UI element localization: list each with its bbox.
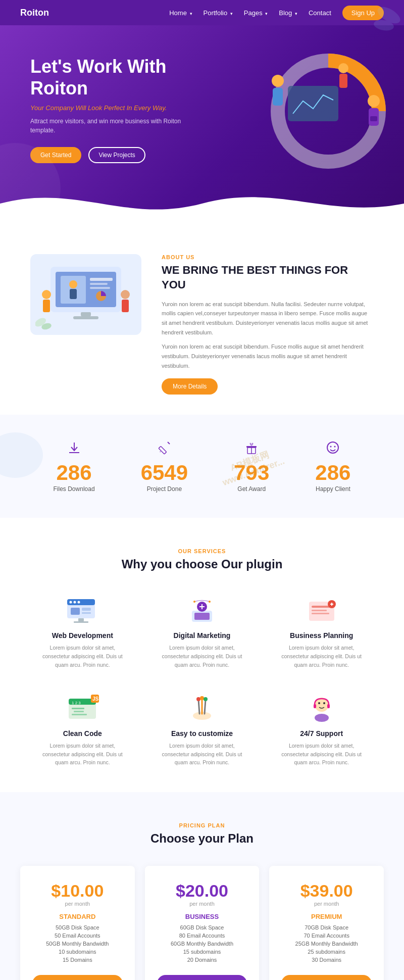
- svg-text:1 2 3: 1 2 3: [72, 701, 81, 705]
- services-section: OUR SERVICES Why you choose Our plugin: [0, 518, 404, 792]
- stat-clients: 286 Happy Client: [315, 440, 350, 493]
- pricing-premium-f3: 25GB Monthly Bandwidth: [281, 941, 372, 947]
- svg-point-12: [69, 280, 77, 288]
- pricing-standard-price: $10.00: [32, 881, 123, 901]
- pricing-business-period: per month: [157, 901, 247, 907]
- svg-line-32: [168, 442, 170, 444]
- stat-awards: AB模板网www.Admirer... 793 Get Award: [234, 440, 269, 493]
- pencil-icon: [141, 440, 188, 458]
- svg-rect-19: [43, 300, 50, 312]
- stat-projects-label: Project Done: [141, 485, 188, 493]
- pricing-business-f2: 80 Email Accounts: [157, 933, 247, 939]
- svg-point-37: [330, 446, 332, 448]
- about-section: ABOUT US WE BRING THE BEST THINGS FOR YO…: [0, 224, 404, 415]
- pricing-business-signup[interactable]: SIGN UP: [157, 975, 247, 980]
- svg-rect-23: [73, 316, 98, 319]
- nav-portfolio[interactable]: Portfolio ▾: [204, 9, 233, 17]
- svg-rect-68: [72, 714, 87, 715]
- svg-rect-67: [74, 711, 84, 712]
- service-digital-marketing-desc: Lorem ipsum dolor sit amet, consectetur …: [155, 644, 249, 669]
- service-business-planning-desc: Lorem ipsum dolor sit amet, consectetur …: [274, 644, 369, 669]
- about-para1: Yuroin non lorem ac erat suscipit bibend…: [162, 300, 374, 337]
- pricing-standard-f3: 50GB Monthly Bandwidth: [32, 941, 123, 947]
- svg-rect-45: [82, 608, 91, 611]
- hero-subtitle: Your Company Will Look Perfect In Every …: [30, 104, 202, 112]
- pricing-header: PRICING PLAN Choose your Plan: [20, 822, 384, 846]
- pricing-heading: Choose your Plan: [20, 831, 384, 846]
- pricing-business-plan: BUSINESS: [157, 913, 247, 920]
- hero-content: Let's Work With Roiton Your Company Will…: [30, 56, 202, 163]
- svg-line-74: [205, 700, 206, 714]
- business-planning-icon: [304, 597, 339, 624]
- about-image: [30, 254, 141, 335]
- pricing-business-f4: 15 subdomains: [157, 949, 247, 955]
- svg-text:JS: JS: [92, 696, 99, 702]
- svg-rect-44: [71, 608, 80, 615]
- services-header: OUR SERVICES Why you choose Our plugin: [30, 548, 374, 571]
- navbar-logo: Roiton: [20, 8, 49, 18]
- service-easy-customize: Easy to customize Lorem ipsum dolor sit …: [150, 690, 255, 772]
- svg-rect-59: [312, 613, 329, 614]
- stats-section: 286 Files Download 6549 Project Done AB模…: [0, 415, 404, 518]
- svg-rect-82: [327, 704, 330, 708]
- svg-point-18: [42, 290, 51, 299]
- pricing-standard-period: per month: [32, 901, 123, 907]
- stat-files-number: 286: [54, 462, 95, 483]
- stat-clients-label: Happy Client: [315, 485, 350, 493]
- svg-rect-2: [273, 88, 283, 106]
- service-digital-marketing-title: Digital Marketing: [155, 631, 249, 640]
- gift-icon: [234, 440, 269, 458]
- svg-point-83: [315, 714, 329, 722]
- svg-point-76: [200, 696, 204, 700]
- hero-illustration: [227, 40, 389, 182]
- service-easy-customize-desc: Lorem ipsum dolor sit amet, consectetur …: [155, 742, 249, 767]
- deco-leaf: [364, 0, 404, 40]
- svg-point-43: [78, 601, 80, 604]
- svg-rect-13: [70, 289, 77, 299]
- svg-rect-16: [90, 287, 110, 289]
- services-grid: Web Development Lorem ipsum dolor sit am…: [30, 592, 374, 772]
- svg-rect-6: [288, 86, 338, 121]
- svg-rect-48: [74, 621, 88, 623]
- pricing-business-f3: 60GB Monthly Bandwidth: [157, 941, 247, 947]
- service-support: 24/7 Support Lorem ipsum dolor sit amet,…: [269, 690, 374, 772]
- nav-home[interactable]: Home ▾: [169, 9, 192, 17]
- view-projects-button[interactable]: View Projects: [88, 147, 145, 163]
- pricing-business-f5: 20 Domains: [157, 957, 247, 963]
- pricing-standard-f1: 50GB Disk Space: [32, 924, 123, 930]
- pricing-standard: $10.00 per month STANDARD 50GB Disk Spac…: [20, 866, 135, 980]
- stats-blob-left: [0, 425, 45, 485]
- navbar-links: Home ▾ Portfolio ▾ Pages ▾ Blog ▾ Contac…: [169, 6, 384, 20]
- svg-point-38: [334, 446, 336, 448]
- pricing-premium: $39.00 per month PREMIUM 70GB Disk Space…: [269, 866, 384, 980]
- svg-rect-46: [82, 612, 91, 614]
- svg-rect-15: [90, 283, 108, 285]
- pricing-tag: PRICING PLAN: [20, 822, 384, 828]
- pricing-premium-f1: 70GB Disk Space: [281, 924, 372, 930]
- svg-rect-47: [78, 618, 84, 621]
- about-para2: Yuroin non lorem ac erat suscipit bibend…: [162, 342, 374, 370]
- nav-contact[interactable]: Contact: [309, 9, 331, 17]
- svg-rect-21: [122, 300, 129, 312]
- svg-point-1: [272, 75, 284, 87]
- pricing-standard-plan: STANDARD: [32, 913, 123, 920]
- svg-rect-31: [159, 447, 167, 455]
- pricing-premium-signup[interactable]: SIGN UP: [281, 975, 372, 980]
- pricing-standard-f2: 50 Email Accounts: [32, 933, 123, 939]
- service-web-dev: Web Development Lorem ipsum dolor sit am…: [30, 592, 135, 674]
- svg-point-7: [338, 63, 348, 73]
- svg-point-41: [70, 601, 72, 604]
- about-heading: WE BRING THE BEST THINGS FOR YOU: [162, 263, 374, 292]
- svg-rect-8: [339, 74, 347, 88]
- about-text: ABOUT US WE BRING THE BEST THINGS FOR YO…: [162, 254, 374, 395]
- hero-subtitle-plain: Your Company: [30, 104, 76, 112]
- hero-section: Let's Work With Roiton Your Company Will…: [0, 25, 404, 224]
- pricing-standard-signup[interactable]: SIGN UP: [32, 975, 123, 980]
- more-details-button[interactable]: More Details: [162, 378, 218, 395]
- support-icon: [304, 695, 339, 722]
- nav-pages[interactable]: Pages ▾: [244, 9, 268, 17]
- svg-point-36: [327, 442, 338, 453]
- nav-blog[interactable]: Blog ▾: [279, 9, 297, 17]
- stat-projects: 6549 Project Done: [141, 440, 188, 493]
- service-clean-code-title: Clean Code: [35, 729, 130, 738]
